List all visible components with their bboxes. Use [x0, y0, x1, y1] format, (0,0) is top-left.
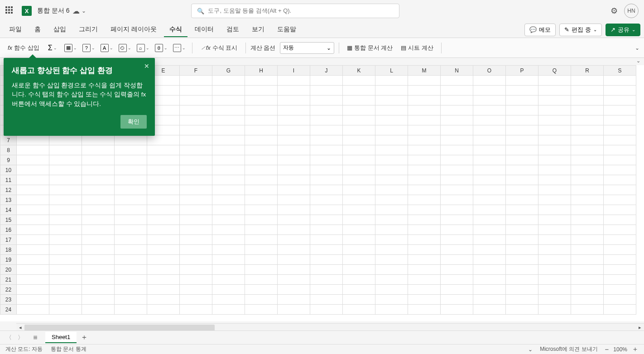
column-header-O[interactable]: O — [473, 66, 506, 76]
cell-S23[interactable] — [604, 295, 636, 305]
cell-P14[interactable] — [506, 205, 538, 215]
cell-L2[interactable] — [375, 86, 408, 96]
cell-B8[interactable] — [49, 145, 82, 155]
cell-K22[interactable] — [343, 285, 375, 295]
cell-D10[interactable] — [115, 165, 147, 175]
cell-S24[interactable] — [604, 305, 636, 315]
cell-R8[interactable] — [571, 145, 604, 155]
cell-N15[interactable] — [441, 215, 473, 225]
cell-R6[interactable] — [571, 125, 604, 135]
cell-E13[interactable] — [147, 195, 180, 205]
cell-C8[interactable] — [82, 145, 115, 155]
cell-N21[interactable] — [441, 275, 473, 285]
cell-F16[interactable] — [180, 225, 212, 235]
cell-C19[interactable] — [82, 255, 115, 265]
cell-O8[interactable] — [473, 145, 506, 155]
cell-G10[interactable] — [212, 165, 245, 175]
cell-R18[interactable] — [571, 245, 604, 255]
cell-H16[interactable] — [245, 225, 278, 235]
lookup-functions-button[interactable]: ⌕⌄ — [135, 42, 151, 54]
autosum-button[interactable]: Σ⌄ — [44, 42, 61, 54]
cell-C18[interactable] — [82, 245, 115, 255]
cell-B11[interactable] — [49, 175, 82, 185]
cell-K13[interactable] — [343, 195, 375, 205]
cell-P3[interactable] — [506, 96, 538, 105]
cell-I23[interactable] — [278, 295, 310, 305]
cell-N14[interactable] — [441, 205, 473, 215]
cell-P4[interactable] — [506, 105, 538, 115]
cell-N23[interactable] — [441, 295, 473, 305]
status-calc-mode[interactable]: 계산 모드: 자동 — [5, 345, 43, 353]
cell-J8[interactable] — [310, 145, 343, 155]
cell-D20[interactable] — [115, 265, 147, 275]
cell-F23[interactable] — [180, 295, 212, 305]
row-header-22[interactable]: 22 — [0, 285, 17, 295]
cell-A23[interactable] — [17, 295, 49, 305]
cell-F10[interactable] — [180, 165, 212, 175]
cell-O2[interactable] — [473, 86, 506, 96]
cell-C21[interactable] — [82, 275, 115, 285]
cell-E24[interactable] — [147, 305, 180, 315]
cell-S18[interactable] — [604, 245, 636, 255]
cell-M13[interactable] — [408, 195, 441, 205]
cell-J16[interactable] — [310, 225, 343, 235]
share-button[interactable]: ↗ 공유 ⌄ — [606, 24, 640, 36]
cell-M16[interactable] — [408, 225, 441, 235]
cell-C10[interactable] — [82, 165, 115, 175]
cell-H1[interactable] — [245, 76, 278, 86]
calculate-sheet-button[interactable]: ▤ 시트 계산 — [398, 42, 437, 54]
cell-B10[interactable] — [49, 165, 82, 175]
row-header-17[interactable]: 17 — [0, 235, 17, 245]
cell-G17[interactable] — [212, 235, 245, 245]
cell-Q15[interactable] — [538, 215, 571, 225]
cell-P17[interactable] — [506, 235, 538, 245]
cell-H19[interactable] — [245, 255, 278, 265]
cell-N19[interactable] — [441, 255, 473, 265]
cell-N7[interactable] — [441, 135, 473, 145]
cell-E18[interactable] — [147, 245, 180, 255]
zoom-level[interactable]: 100% — [613, 346, 627, 353]
cell-R1[interactable] — [571, 76, 604, 86]
cell-K4[interactable] — [343, 105, 375, 115]
cell-Q18[interactable] — [538, 245, 571, 255]
cell-D18[interactable] — [115, 245, 147, 255]
cell-R2[interactable] — [571, 86, 604, 96]
column-header-K[interactable]: K — [343, 66, 375, 76]
cell-L24[interactable] — [375, 305, 408, 315]
cell-F5[interactable] — [180, 115, 212, 125]
cell-J3[interactable] — [310, 96, 343, 105]
cell-F7[interactable] — [180, 135, 212, 145]
cell-K19[interactable] — [343, 255, 375, 265]
cell-S19[interactable] — [604, 255, 636, 265]
cell-E7[interactable] — [147, 135, 180, 145]
row-header-8[interactable]: 8 — [0, 145, 17, 155]
cell-R14[interactable] — [571, 205, 604, 215]
cell-Q8[interactable] — [538, 145, 571, 155]
cell-A24[interactable] — [17, 305, 49, 315]
cell-H4[interactable] — [245, 105, 278, 115]
cell-I22[interactable] — [278, 285, 310, 295]
cell-E23[interactable] — [147, 295, 180, 305]
cell-I7[interactable] — [278, 135, 310, 145]
cell-B19[interactable] — [49, 255, 82, 265]
menu-tab-홈[interactable]: 홈 — [29, 23, 46, 37]
cell-I5[interactable] — [278, 115, 310, 125]
cell-I12[interactable] — [278, 185, 310, 195]
cell-G20[interactable] — [212, 265, 245, 275]
cell-M3[interactable] — [408, 96, 441, 105]
sheet-nav-prev-icon[interactable]: 〈 — [4, 333, 14, 343]
cell-J20[interactable] — [310, 265, 343, 275]
cell-G5[interactable] — [212, 115, 245, 125]
callout-close-icon[interactable]: ✕ — [144, 62, 149, 70]
cell-K10[interactable] — [343, 165, 375, 175]
cell-N12[interactable] — [441, 185, 473, 195]
user-avatar[interactable]: HN — [624, 4, 639, 18]
cell-M21[interactable] — [408, 275, 441, 285]
cell-B9[interactable] — [49, 155, 82, 165]
cell-F8[interactable] — [180, 145, 212, 155]
cell-H24[interactable] — [245, 305, 278, 315]
cell-P5[interactable] — [506, 115, 538, 125]
cell-F1[interactable] — [180, 76, 212, 86]
cell-J19[interactable] — [310, 255, 343, 265]
cell-K5[interactable] — [343, 115, 375, 125]
